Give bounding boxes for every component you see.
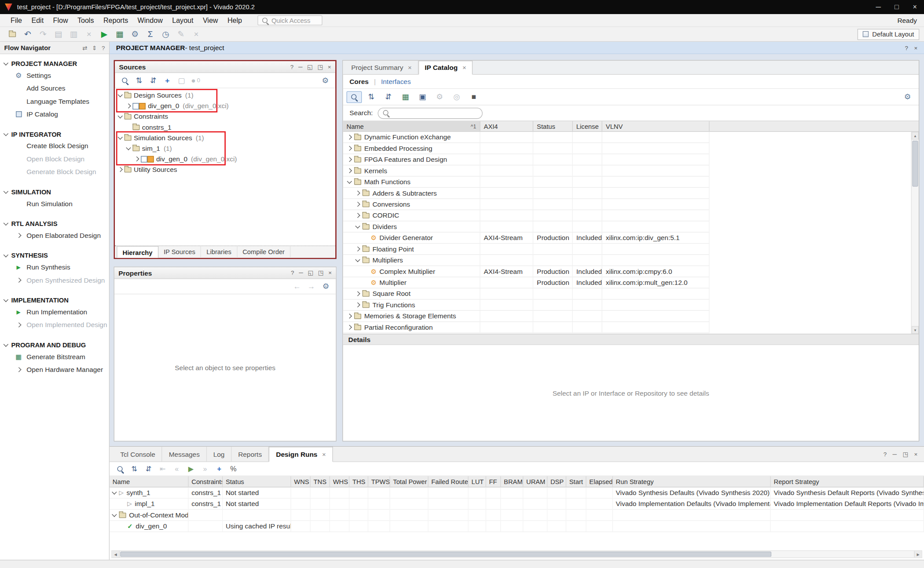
collapse-all-icon[interactable]: ⇅ [127,463,141,475]
chevron-down-icon[interactable] [112,512,117,517]
help-icon[interactable]: ? [291,269,294,276]
chevron-right-icon[interactable] [355,291,360,296]
run-row-out-of-context-module-runs[interactable]: Out-of-Context Module Runs [110,510,924,521]
chevron-right-icon[interactable] [16,367,21,372]
percent-icon[interactable]: % [226,463,240,475]
search-icon[interactable] [118,74,132,86]
minimize-window-button[interactable]: ─ [869,0,887,14]
settings-gear-icon[interactable]: ⚙ [900,91,915,103]
flownav-item-run-simulation[interactable]: Run Simulation [0,197,109,210]
flownav-item-run-synthesis[interactable]: ▶Run Synthesis [0,261,109,273]
close-tab-icon[interactable]: × [408,64,412,71]
chevron-right-icon[interactable] [347,157,352,162]
close-icon[interactable]: × [914,44,917,51]
ip-row-kernels[interactable]: Kernels [343,165,709,176]
source-tree-item-sim-1[interactable]: sim_1(1) [115,143,335,153]
expand-collapse-icon[interactable]: ⇕ [92,44,97,51]
chevron-right-icon[interactable] [355,213,360,218]
flow-section-header-project-manager[interactable]: PROJECT MANAGER [0,58,109,69]
menu-view[interactable]: View [198,15,223,25]
chevron-down-icon[interactable] [355,257,360,262]
scrollbar-track[interactable] [912,139,919,326]
column-header-wns[interactable]: WNS [291,476,311,487]
chevron-right-icon[interactable] [126,103,131,108]
sum-icon[interactable]: Σ [143,28,158,40]
chevron-down-icon[interactable] [4,131,8,136]
bottom-tab-reports[interactable]: Reports [231,447,269,461]
expand-all-icon[interactable]: ⇵ [146,74,160,86]
flow-section-header-program-and-debug[interactable]: PROGRAM AND DEBUG [0,340,109,350]
search-icon[interactable] [347,91,362,103]
ip-row-partial-reconfiguration[interactable]: Partial Reconfiguration [343,322,709,333]
run-row-div-gen-0[interactable]: div_gen_0Using cached IP results [110,521,924,532]
hierarchy-icon[interactable]: ▦ [398,91,413,103]
layout-selector[interactable]: Default Layout [858,29,920,40]
chevron-right-icon[interactable] [355,202,360,207]
scrollbar-thumb[interactable] [912,141,918,186]
collapse-all-icon[interactable]: ⇅ [363,91,379,103]
clock-icon[interactable]: ◷ [158,28,173,40]
column-header-total-power[interactable]: Total Power [390,476,429,487]
menu-reports[interactable]: Reports [99,15,133,25]
column-header-tpws[interactable]: TPWS [368,476,390,487]
column-header-tns[interactable]: TNS [311,476,330,487]
chevron-down-icon[interactable] [112,489,117,494]
expand-all-icon[interactable]: ⇵ [381,91,396,103]
tab-project-summary[interactable]: Project Summary× [345,61,418,74]
column-header-failed-routes[interactable]: Failed Routes [429,476,469,487]
column-header-dsp[interactable]: DSP [547,476,566,487]
close-icon[interactable]: × [328,64,331,70]
column-header-whs[interactable]: WHS [330,476,349,487]
column-header-bram[interactable]: BRAM [501,476,523,487]
menu-window[interactable]: Window [133,15,168,25]
scroll-left-icon[interactable]: ◀ [112,551,119,557]
column-header-license[interactable]: License [573,121,602,131]
minimize-icon[interactable]: ─ [893,451,897,458]
chevron-down-icon[interactable] [355,223,360,228]
chevron-right-icon[interactable] [347,135,352,139]
chevron-right-icon[interactable] [16,233,21,238]
float-icon[interactable]: ◱ [307,64,313,70]
source-tree-item-design-sources[interactable]: Design Sources(1) [115,90,335,101]
close-window-button[interactable]: × [906,0,924,14]
column-header-status[interactable]: Status [223,476,291,487]
search-input-field[interactable] [392,109,477,117]
menu-file[interactable]: File [6,15,26,25]
close-tab-icon[interactable]: × [462,64,466,71]
maximize-icon[interactable]: ◳ [902,451,908,458]
chevron-right-icon[interactable] [16,278,21,283]
ip-row-multipliers[interactable]: Multipliers [343,255,709,266]
close-tab-icon[interactable]: × [322,451,326,458]
chevron-down-icon[interactable] [4,220,8,225]
maximize-icon[interactable]: ◳ [318,269,324,276]
help-icon[interactable]: ? [102,44,105,51]
column-header-name[interactable]: Name [110,476,188,487]
view-interfaces[interactable]: Interfaces [381,78,411,85]
ip-row-conversions[interactable]: Conversions [343,199,709,210]
chevron-down-icon[interactable] [4,189,8,193]
chevron-down-icon[interactable] [4,252,8,257]
ip-row-square-root[interactable]: Square Root [343,288,709,299]
scroll-down-icon[interactable]: ▼ [912,326,919,334]
flownav-item-open-hardware-manager[interactable]: Open Hardware Manager [0,363,109,376]
settings-gear-icon[interactable]: ⚙ [127,28,143,40]
chevron-down-icon[interactable] [118,113,123,118]
column-header-name[interactable]: Name^1 [343,121,480,131]
chevron-down-icon[interactable] [118,135,123,139]
chevron-right-icon[interactable] [355,247,360,251]
flownav-item-generate-bitstream[interactable]: ▦Generate Bitstream [0,350,109,363]
scroll-up-icon[interactable]: ▲ [912,132,919,139]
flownav-item-open-elaborated-design[interactable]: Open Elaborated Design [0,229,109,242]
maximize-icon[interactable]: ◳ [317,64,323,70]
source-tree-item-div-gen-0[interactable]: div_gen_0(div_gen_0.xci) [115,101,335,111]
chevron-right-icon[interactable] [347,146,352,151]
ip-row-dynamic-function-exchange[interactable]: Dynamic Function eXchange [343,132,709,143]
flow-section-header-rtl-analysis[interactable]: RTL ANALYSIS [0,218,109,229]
chevron-down-icon[interactable] [4,60,8,65]
menu-tools[interactable]: Tools [73,15,99,25]
sources-tab-libraries[interactable]: Libraries [201,246,237,258]
chevron-right-icon[interactable] [16,322,21,327]
menu-edit[interactable]: Edit [27,15,48,25]
bottom-tab-design-runs[interactable]: Design Runs× [269,447,333,462]
flow-section-header-ip-integrator[interactable]: IP INTEGRATOR [0,129,109,139]
